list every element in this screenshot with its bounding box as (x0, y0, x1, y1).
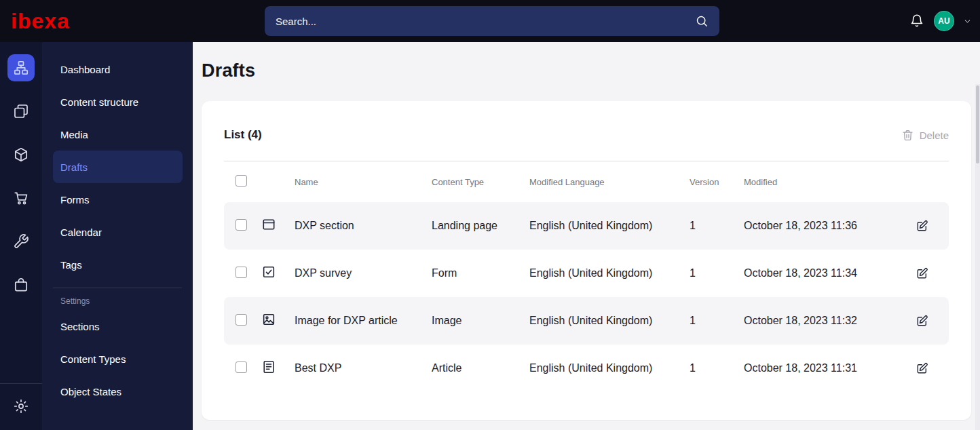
select-all-checkbox[interactable] (235, 175, 247, 187)
user-menu-chevron-icon[interactable] (963, 17, 972, 26)
row-language: English (United Kingdom) (529, 362, 690, 374)
rail-item-admin[interactable] (7, 228, 35, 255)
edit-icon (916, 361, 929, 375)
row-modified: October 18, 2023 11:31 (744, 362, 901, 374)
delete-button-label: Delete (920, 130, 949, 141)
rail-item-product-catalog[interactable] (7, 271, 35, 298)
edit-button[interactable] (911, 309, 934, 332)
page-title: Drafts (202, 60, 971, 81)
settings-section-label: Settings (42, 288, 193, 310)
main-content: Drafts List (4) Delete Name Content Type… (193, 42, 980, 430)
row-version: 1 (690, 362, 744, 374)
table-row: Best DXP Article English (United Kingdom… (224, 345, 949, 392)
drafts-table: Name Content Type Modified Language Vers… (224, 161, 949, 392)
row-version: 1 (690, 267, 744, 279)
column-header-content-type: Content Type (432, 177, 529, 187)
sidebar-item-forms[interactable]: Forms (53, 183, 183, 216)
pages-icon (13, 103, 29, 119)
edit-button[interactable] (911, 214, 934, 237)
cube-icon (13, 146, 29, 163)
ibexa-logo[interactable]: ibexa (11, 10, 70, 32)
card-header: List (4) Delete (224, 128, 949, 142)
sidebar-item-content-types[interactable]: Content Types (53, 343, 183, 375)
sidebar-item-object-states[interactable]: Object States (53, 375, 183, 408)
app-shell: DashboardContent structureMediaDraftsFor… (0, 42, 980, 430)
sidebar-item-drafts[interactable]: Drafts (53, 151, 183, 183)
column-header-version: Version (690, 177, 744, 187)
bag-icon (13, 277, 29, 293)
row-version: 1 (690, 315, 744, 327)
table-body: DXP section Landing page English (United… (224, 202, 949, 392)
column-header-name: Name (295, 177, 432, 187)
search-input[interactable] (276, 16, 695, 27)
row-modified: October 18, 2023 11:36 (744, 220, 901, 232)
row-content-type: Landing page (432, 220, 529, 232)
topbar: ibexa AU (0, 0, 980, 42)
cart-icon (13, 190, 29, 206)
rail-item-content[interactable] (7, 98, 35, 125)
row-content-type: Article (432, 362, 529, 374)
row-checkbox[interactable] (235, 219, 247, 231)
table-row: Image for DXP article Image English (Uni… (224, 297, 949, 345)
form-icon (261, 265, 276, 279)
list-heading: List (4) (224, 128, 262, 142)
icon-rail-items (0, 54, 42, 315)
row-version: 1 (690, 220, 744, 232)
table-row: DXP survey Form English (United Kingdom)… (224, 250, 949, 297)
row-content-type: Image (432, 315, 529, 327)
delete-button[interactable]: Delete (901, 129, 949, 142)
sidebar-item-content-structure[interactable]: Content structure (53, 85, 183, 118)
sidebar-item-calendar[interactable]: Calendar (53, 216, 183, 248)
drafts-card: List (4) Delete Name Content Type Modifi… (202, 101, 971, 420)
table-header: Name Content Type Modified Language Vers… (224, 161, 949, 202)
row-checkbox[interactable] (235, 267, 247, 278)
sidebar-item-tags[interactable]: Tags (53, 248, 183, 281)
article-icon (261, 359, 276, 374)
tool-icon (13, 233, 29, 250)
row-checkbox[interactable] (235, 361, 247, 373)
sidebar-item-sections[interactable]: Sections (53, 310, 183, 343)
scrollbar-thumb[interactable] (976, 85, 979, 163)
edit-icon (916, 314, 929, 328)
row-name[interactable]: Best DXP (295, 362, 432, 374)
column-header-modified: Modified (744, 177, 901, 187)
trash-icon (901, 129, 914, 142)
icon-rail (0, 42, 42, 430)
edit-button[interactable] (911, 357, 934, 380)
landing-page-icon (261, 217, 276, 232)
edit-button[interactable] (911, 262, 934, 285)
rail-item-dashboard[interactable] (7, 54, 35, 81)
row-content-type: Form (432, 267, 529, 279)
edit-icon (916, 267, 929, 280)
sidebar-menu-main: DashboardContent structureMediaDraftsFor… (42, 53, 193, 281)
rail-item-blocks[interactable] (7, 141, 35, 168)
row-modified: October 18, 2023 11:34 (744, 267, 901, 279)
search-icon[interactable] (695, 14, 709, 28)
sidebar-menu-settings: SectionsContent TypesObject States (42, 310, 193, 408)
row-name[interactable]: Image for DXP article (295, 315, 432, 327)
bell-icon (909, 14, 924, 28)
sitemap-icon (13, 60, 29, 76)
row-checkbox[interactable] (235, 314, 247, 326)
table-row: DXP section Landing page English (United… (224, 202, 949, 250)
notifications-button[interactable] (909, 13, 925, 29)
image-icon (261, 312, 276, 327)
row-language: English (United Kingdom) (529, 220, 690, 232)
row-name[interactable]: DXP section (295, 220, 432, 232)
row-modified: October 18, 2023 11:32 (744, 315, 901, 327)
gear-icon (13, 398, 29, 414)
sidebar-item-media[interactable]: Media (53, 118, 183, 151)
row-language: English (United Kingdom) (529, 267, 690, 279)
user-avatar[interactable]: AU (934, 11, 954, 31)
row-language: English (United Kingdom) (529, 315, 690, 327)
rail-bottom (0, 383, 42, 430)
scrollbar[interactable] (975, 84, 980, 430)
topbar-actions: AU (909, 0, 972, 42)
rail-item-settings[interactable] (7, 393, 35, 420)
sidebar-item-dashboard[interactable]: Dashboard (53, 53, 183, 85)
edit-icon (916, 219, 929, 233)
rail-item-commerce[interactable] (7, 184, 35, 212)
sidebar-menu: DashboardContent structureMediaDraftsFor… (42, 42, 193, 430)
global-search[interactable] (265, 6, 719, 36)
row-name[interactable]: DXP survey (295, 267, 432, 279)
